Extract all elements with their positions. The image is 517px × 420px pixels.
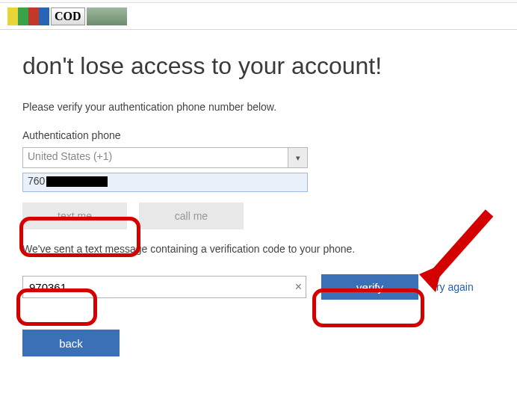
verify-button[interactable]: verify	[321, 274, 418, 300]
main-content: don't lose access to your account! Pleas…	[0, 30, 517, 364]
call-me-button[interactable]: call me	[139, 203, 244, 229]
text-me-button[interactable]: text me	[22, 203, 127, 229]
sent-message: We've sent a text message containing a v…	[22, 243, 495, 255]
country-select[interactable]: United States (+1)	[22, 147, 288, 168]
back-button[interactable]: back	[22, 330, 120, 356]
phone-input[interactable]: 760	[22, 173, 308, 192]
clear-icon[interactable]: ×	[295, 280, 302, 294]
country-dropdown-button[interactable]: ▾	[288, 147, 308, 168]
logo-text: COD	[51, 7, 85, 25]
auth-phone-label: Authentication phone	[22, 129, 495, 141]
verify-row: × verify try again	[22, 274, 495, 300]
code-input[interactable]	[22, 276, 306, 298]
logo-bar: COD	[0, 3, 517, 30]
code-input-wrapper: ×	[22, 276, 306, 298]
logo-swatch	[7, 7, 49, 25]
country-selected-value: United States (+1)	[28, 150, 112, 162]
phone-redacted	[46, 176, 108, 187]
logo: COD	[7, 6, 127, 27]
page-title: don't lose access to your account!	[22, 52, 495, 80]
try-again-link[interactable]: try again	[433, 281, 474, 293]
instruction-text: Please verify your authentication phone …	[22, 101, 495, 113]
chevron-down-icon: ▾	[296, 153, 300, 163]
logo-image-icon	[87, 7, 127, 25]
send-code-row: text me call me	[22, 203, 495, 229]
country-row: United States (+1) ▾	[22, 147, 495, 168]
phone-prefix: 760	[28, 175, 45, 187]
